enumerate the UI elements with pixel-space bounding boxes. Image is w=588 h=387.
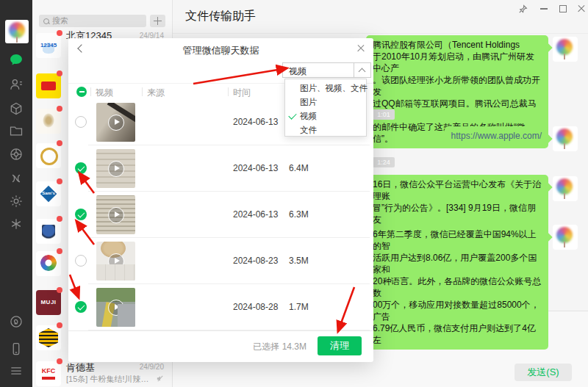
video-thumbnail[interactable] <box>96 103 135 142</box>
unread-badge <box>57 322 62 328</box>
table-row[interactable]: 2024-08-23 3.5M <box>68 238 373 284</box>
avatar[interactable] <box>553 126 578 151</box>
mini-program-icon[interactable] <box>8 314 24 330</box>
row-date: 2024-06-13 <box>233 209 278 220</box>
row-checkbox[interactable] <box>75 255 87 267</box>
row-date: 2024-08-28 <box>233 302 278 312</box>
settings-icon[interactable] <box>8 193 24 209</box>
add-chat-button[interactable] <box>150 15 165 27</box>
search-placeholder: 搜索 <box>52 15 68 26</box>
minimize-icon[interactable] <box>538 3 550 15</box>
avatar[interactable] <box>553 37 578 62</box>
message-bubble: 6年第二季度，微信已经覆盖中国94%以上的智 活跃用户达到8.06亿，用户覆盖2… <box>366 225 548 350</box>
tools-icon[interactable] <box>8 216 24 232</box>
dialog-title: 管理微信聊天数据 <box>68 44 373 57</box>
avatar: MUJI <box>36 290 61 315</box>
contacts-icon[interactable] <box>8 76 24 93</box>
avatar[interactable] <box>553 176 578 201</box>
video-thumbnail[interactable] <box>96 288 135 327</box>
row-size: 6.3M <box>289 209 309 220</box>
send-button[interactable]: 发送(S) <box>514 364 572 381</box>
unread-badge <box>57 287 62 293</box>
avatar: 12345 <box>36 33 61 58</box>
timestamp-badge: 1:24 <box>373 157 395 167</box>
filter-value: 视频 <box>289 65 306 78</box>
divider <box>228 87 229 96</box>
row-size: 1.7M <box>289 302 309 312</box>
row-date: 2024-08-23 <box>233 256 278 266</box>
table-row[interactable]: 2024-06-13 6.4M <box>68 145 373 192</box>
play-icon <box>108 161 124 177</box>
menu-icon[interactable] <box>8 363 24 379</box>
wechat-window: 搜索 12345 北京12345 24/9/14 Sam's MUJI KFC … <box>0 0 588 387</box>
check-icon <box>288 111 296 119</box>
close-icon[interactable] <box>576 3 587 15</box>
phone-icon[interactable] <box>8 341 24 357</box>
avatar[interactable] <box>553 225 578 250</box>
play-icon <box>108 253 124 270</box>
chat-name: 肯德基 <box>66 361 95 375</box>
column-header: 来源 <box>147 87 165 99</box>
unread-badge <box>57 106 62 112</box>
row-checkbox[interactable] <box>75 116 87 128</box>
filter-select[interactable]: 视频 <box>282 62 371 78</box>
play-icon <box>108 207 124 223</box>
unread-badge <box>57 70 62 76</box>
avatar <box>36 219 61 244</box>
manage-chat-data-dialog: 管理微信聊天数据 视频 来源 时间 2024-06-13 2024-06-13 … <box>68 38 373 362</box>
channels-icon[interactable] <box>8 170 24 187</box>
chat-title: 文件传输助手 <box>185 9 256 24</box>
pin-icon[interactable] <box>517 3 528 15</box>
avatar <box>36 325 61 350</box>
column-header: 时间 <box>233 87 251 99</box>
menu-item[interactable]: 图片 <box>285 95 366 109</box>
folder-icon[interactable] <box>8 123 24 139</box>
row-size: 3.5M <box>289 256 309 266</box>
chats-icon[interactable] <box>8 51 24 68</box>
profile-avatar[interactable] <box>5 20 29 43</box>
search-icon <box>43 18 49 24</box>
divider <box>90 87 91 96</box>
collections-icon[interactable] <box>8 101 24 117</box>
video-thumbnail[interactable] <box>96 149 135 188</box>
unread-badge <box>57 178 62 184</box>
timestamp-badge: 1:01 <box>373 109 395 120</box>
video-thumbnail[interactable] <box>96 242 135 281</box>
mute-icon <box>156 375 164 383</box>
row-size: 6.4M <box>289 163 309 173</box>
table-row[interactable]: 2024-08-28 1.7M <box>68 284 373 330</box>
chat-date: 24/9/20 <box>140 363 164 371</box>
avatar: KFC <box>36 361 61 386</box>
avatar <box>36 143 61 168</box>
unread-badge <box>57 30 62 36</box>
chat-preview: [15条] 牛粉集结!川辣嫩... <box>66 374 151 385</box>
row-date: 2024-06-13 <box>233 117 278 127</box>
moments-icon[interactable] <box>8 146 24 162</box>
select-all-checkbox[interactable] <box>76 87 87 97</box>
unread-badge <box>57 140 62 146</box>
play-icon <box>108 300 124 316</box>
table-row[interactable]: 2024-06-13 6.3M <box>68 192 373 238</box>
avatar <box>36 109 61 134</box>
menu-item[interactable]: 文件 <box>285 123 366 137</box>
selected-size-label: 已选择 14.3M <box>253 341 306 353</box>
unread-badge <box>57 216 62 222</box>
clean-button[interactable]: 清理 <box>318 336 362 355</box>
row-date: 2024-06-13 <box>233 163 278 173</box>
row-checkbox[interactable] <box>75 162 87 174</box>
divider <box>142 87 143 96</box>
avatar <box>36 251 61 276</box>
video-thumbnail[interactable] <box>96 195 135 234</box>
chevron-up-icon <box>354 63 370 77</box>
menu-item[interactable]: 视频 <box>285 109 366 123</box>
maximize-icon[interactable] <box>557 3 569 15</box>
search-input[interactable]: 搜索 <box>39 15 146 27</box>
menu-item[interactable]: 图片、视频、文件 <box>285 82 366 95</box>
dialog-close-icon[interactable] <box>356 44 365 53</box>
message-bubble-link[interactable]: https://www.apple.com/ <box>445 126 548 145</box>
avatar <box>36 73 61 98</box>
header-divider <box>173 33 588 34</box>
divider <box>68 330 373 331</box>
row-checkbox[interactable] <box>75 209 87 220</box>
row-checkbox[interactable] <box>75 301 87 313</box>
